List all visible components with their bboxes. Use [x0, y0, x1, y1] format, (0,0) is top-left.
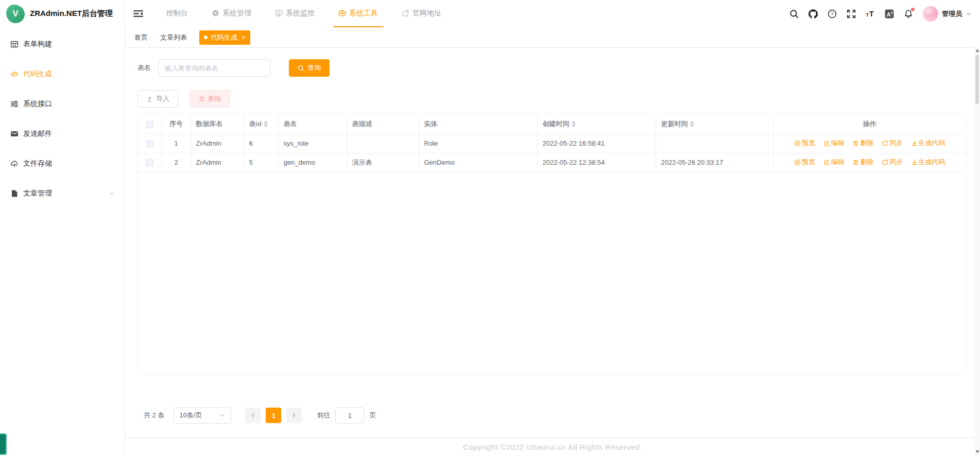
- help-icon[interactable]: ?: [828, 9, 837, 19]
- sidebar-item-system-api[interactable]: 系统接口: [0, 89, 125, 119]
- header-created[interactable]: 创建时间: [537, 114, 656, 134]
- preview-link[interactable]: 预览: [794, 138, 815, 148]
- chevron-left-icon: [250, 412, 256, 418]
- cloud-upload-icon: [10, 160, 19, 168]
- select-all-checkbox[interactable]: [146, 121, 153, 128]
- header-select-all[interactable]: [138, 114, 162, 134]
- page-number-button[interactable]: 1: [266, 408, 281, 423]
- download-icon: [911, 159, 918, 166]
- header-table-desc: 表描述: [347, 114, 419, 134]
- github-icon[interactable]: [809, 9, 818, 19]
- goto-page-input[interactable]: [335, 407, 364, 424]
- import-button[interactable]: 导入: [137, 90, 178, 108]
- row-checkbox[interactable]: [146, 159, 153, 166]
- nav-item-official-site[interactable]: 官网地址: [397, 0, 446, 27]
- cell-created: 2022-05-22 12:38:54: [537, 153, 656, 172]
- fullscreen-icon[interactable]: [847, 9, 856, 19]
- header-updated[interactable]: 更新时间: [656, 114, 773, 134]
- sidebar-item-article-mgmt[interactable]: 文章管理: [0, 179, 125, 208]
- nav-item-label: 官网地址: [412, 9, 441, 18]
- nav-item-label: 系统管理: [222, 9, 251, 18]
- trash-icon: [852, 140, 859, 147]
- nav-item-system-monitor[interactable]: 系统监控: [270, 0, 320, 27]
- trash-icon: [852, 159, 859, 166]
- logo-icon: V: [6, 5, 25, 23]
- delete-link[interactable]: 删除: [852, 138, 873, 148]
- mail-icon: [10, 130, 19, 138]
- edit-link[interactable]: 编辑: [823, 138, 845, 148]
- search-button[interactable]: 查询: [289, 59, 330, 77]
- sync-link[interactable]: 同步: [882, 138, 903, 148]
- generate-code-link[interactable]: 生成代码: [911, 138, 945, 148]
- sidebar-collapse-icon[interactable]: [133, 9, 143, 18]
- close-icon[interactable]: ×: [242, 34, 246, 41]
- sort-carets-icon[interactable]: [572, 121, 576, 127]
- scrollbar[interactable]: [974, 47, 980, 455]
- cell-table-id: 6: [244, 134, 278, 153]
- app-logo[interactable]: V ZRAdmin.NET后台管理: [0, 0, 125, 27]
- filter-form: 表名 查询: [137, 59, 967, 77]
- user-menu[interactable]: 管理员: [923, 6, 972, 22]
- text-size-icon[interactable]: TT: [866, 9, 875, 19]
- sidebar-item-code-gen[interactable]: 代码生成: [0, 59, 125, 89]
- tab-code-gen[interactable]: 代码生成 ×: [199, 30, 250, 45]
- tabs-bar: 首页 文章列表 代码生成 ×: [125, 27, 980, 48]
- tab-home[interactable]: 首页: [134, 33, 148, 42]
- sidebar-item-form-builder[interactable]: 表单构建: [0, 29, 125, 59]
- corner-widget[interactable]: [0, 433, 7, 455]
- generate-code-link[interactable]: 生成代码: [911, 157, 945, 167]
- nav-item-console[interactable]: 控制台: [161, 0, 193, 27]
- table-name-label: 表名: [137, 63, 151, 73]
- nav-item-label: 控制台: [166, 9, 188, 18]
- grid-icon: [10, 40, 19, 48]
- preview-link[interactable]: 预览: [794, 157, 815, 167]
- cell-db-name: ZrAdmin: [191, 134, 244, 153]
- sort-carets-icon[interactable]: [264, 121, 268, 127]
- tab-label: 代码生成: [211, 33, 237, 42]
- sidebar-item-label: 系统接口: [23, 99, 52, 109]
- sliders-icon: [10, 100, 19, 108]
- user-name: 管理员: [942, 9, 962, 19]
- scroll-up-arrow-icon[interactable]: [975, 49, 979, 52]
- delete-button[interactable]: 删除: [190, 90, 230, 108]
- svg-text:T: T: [869, 10, 874, 18]
- pagination-total: 共 2 条: [144, 411, 164, 420]
- code-icon: [10, 70, 19, 78]
- import-button-label: 导入: [156, 94, 169, 103]
- next-page-button[interactable]: [286, 408, 302, 423]
- row-checkbox[interactable]: [146, 140, 153, 147]
- header-table-id[interactable]: 表id: [244, 114, 278, 134]
- download-icon: [911, 140, 918, 147]
- cell-created: 2022-05-22 16:58:41: [537, 134, 656, 153]
- external-link-icon: [402, 9, 409, 17]
- nav-item-system-tools[interactable]: 系统工具: [333, 0, 383, 27]
- search-icon[interactable]: [789, 9, 799, 19]
- app-title: ZRAdmin.NET后台管理: [30, 9, 113, 19]
- sidebar-item-file-storage[interactable]: 文件存储: [0, 149, 125, 179]
- scroll-down-arrow-icon[interactable]: [975, 450, 979, 453]
- cell-db-name: ZrAdmin: [191, 153, 244, 172]
- cell-entity: Role: [419, 134, 537, 153]
- tab-article-list[interactable]: 文章列表: [160, 33, 187, 42]
- sort-carets-icon[interactable]: [690, 121, 694, 127]
- notifications-bell-icon[interactable]: [904, 9, 913, 19]
- edit-link[interactable]: 编辑: [823, 157, 845, 167]
- header-entity: 实体: [419, 114, 537, 134]
- copyright-text: Copyright ©2022 izhaorui.cn All Rights R…: [463, 443, 642, 451]
- sidebar: V ZRAdmin.NET后台管理 表单构建 代码生成 系统接口 发送邮件: [0, 0, 125, 456]
- table-header-row: 序号 数据库名 表id 表名 表描述 实体 创建时间 更新时间 操作: [138, 114, 966, 134]
- table-toolbar: 导入 删除: [137, 90, 967, 108]
- page-size-select[interactable]: 10条/页: [174, 407, 231, 424]
- scrollbar-thumb[interactable]: [975, 55, 979, 104]
- footer: Copyright ©2022 izhaorui.cn All Rights R…: [125, 437, 980, 456]
- nav-item-system-mgmt[interactable]: 系统管理: [207, 0, 256, 27]
- header-table-name: 表名: [278, 114, 347, 134]
- delete-link[interactable]: 删除: [852, 157, 873, 167]
- sidebar-item-send-mail[interactable]: 发送邮件: [0, 119, 125, 149]
- prev-page-button[interactable]: [245, 408, 261, 423]
- sync-link[interactable]: 同步: [882, 157, 903, 167]
- table-row: 1 ZrAdmin 6 sys_role Role 2022-05-22 16:…: [138, 134, 966, 153]
- language-icon[interactable]: A: [885, 9, 894, 19]
- table-name-input[interactable]: [158, 59, 270, 77]
- chevron-down-icon: [219, 412, 226, 418]
